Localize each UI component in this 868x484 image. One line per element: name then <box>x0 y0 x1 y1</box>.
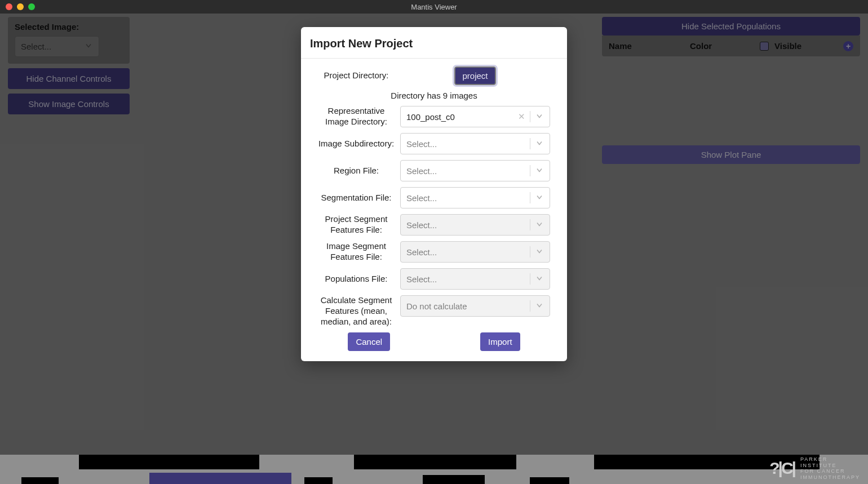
chevron-down-icon <box>535 112 544 122</box>
calculate-segment-features-select[interactable]: Do not calculate <box>400 295 550 317</box>
segmentation-file-label: Segmentation File: <box>318 193 400 203</box>
calculate-segment-features-placeholder: Do not calculate <box>406 301 467 311</box>
region-file-label: Region File: <box>318 166 400 176</box>
chevron-down-icon <box>535 247 544 257</box>
titlebar: Mantis Viewer <box>0 0 868 14</box>
separator <box>530 111 530 122</box>
modal-title: Import New Project <box>301 27 567 59</box>
import-button[interactable]: Import <box>480 332 520 351</box>
footer-bar <box>149 473 291 484</box>
image-segment-features-file-label: Image Segment Features File: <box>318 241 400 263</box>
project-directory-label: Project Directory: <box>318 70 400 81</box>
close-window-icon[interactable] <box>6 3 12 10</box>
footer: ?|C| PARKER INSTITUTE FOR CANCER IMMUNOT… <box>0 455 868 484</box>
representative-image-directory-select[interactable]: 100_post_c0 ✕ <box>400 106 550 127</box>
project-directory-button[interactable]: project <box>454 66 495 85</box>
minimize-window-icon[interactable] <box>17 3 24 10</box>
logo-line-1: PARKER <box>800 456 860 463</box>
footer-bar <box>21 477 59 484</box>
window-controls <box>6 3 35 10</box>
logo-line-4: IMMUNOTHERAPY <box>800 474 860 481</box>
image-subdirectory-placeholder: Select... <box>406 139 437 149</box>
logo-mark: ?|C| <box>769 458 795 478</box>
cancel-button[interactable]: Cancel <box>348 332 390 351</box>
image-subdirectory-select[interactable]: Select... <box>400 133 550 154</box>
footer-bar <box>530 477 569 484</box>
populations-file-select[interactable]: Select... <box>400 268 550 290</box>
representative-image-directory-value: 100_post_c0 <box>406 112 455 122</box>
chevron-down-icon <box>535 166 544 176</box>
project-segment-features-file-placeholder: Select... <box>406 220 437 230</box>
maximize-window-icon[interactable] <box>28 3 35 10</box>
image-segment-features-file-select[interactable]: Select... <box>400 241 550 263</box>
chevron-down-icon <box>535 139 544 149</box>
logo-line-3: FOR CANCER <box>800 468 860 474</box>
chevron-down-icon <box>535 220 544 230</box>
project-segment-features-file-select[interactable]: Select... <box>400 214 550 236</box>
import-project-modal: Import New Project Project Directory: pr… <box>301 27 567 361</box>
footer-bar <box>304 477 333 484</box>
chevron-down-icon <box>535 193 544 203</box>
app-body: Selected Image: Select... Hide Channel C… <box>0 14 868 484</box>
segmentation-file-select[interactable]: Select... <box>400 187 550 208</box>
image-segment-features-file-placeholder: Select... <box>406 247 437 257</box>
region-file-select[interactable]: Select... <box>400 160 550 181</box>
directory-info-text: Directory has 9 images <box>318 91 550 100</box>
populations-file-placeholder: Select... <box>406 274 437 284</box>
region-file-placeholder: Select... <box>406 166 437 176</box>
clear-icon[interactable]: ✕ <box>518 112 525 122</box>
window-title: Mantis Viewer <box>0 3 868 11</box>
image-subdirectory-label: Image Subdirectory: <box>318 139 400 149</box>
representative-image-directory-label: Representative Image Directory: <box>318 106 400 127</box>
project-segment-features-file-label: Project Segment Features File: <box>318 214 400 236</box>
chevron-down-icon <box>535 274 544 285</box>
populations-file-label: Populations File: <box>318 274 400 285</box>
footer-bar <box>423 475 485 484</box>
calculate-segment-features-label: Calculate Segment Features (mean, median… <box>318 295 400 327</box>
segmentation-file-placeholder: Select... <box>406 193 437 203</box>
logo-line-2: INSTITUTE <box>800 463 860 469</box>
modal-body: Project Directory: project Directory has… <box>301 59 567 352</box>
footer-bar <box>79 455 259 469</box>
parker-institute-logo: ?|C| PARKER INSTITUTE FOR CANCER IMMUNOT… <box>769 456 860 481</box>
chevron-down-icon <box>535 301 544 312</box>
footer-bar <box>354 455 516 469</box>
